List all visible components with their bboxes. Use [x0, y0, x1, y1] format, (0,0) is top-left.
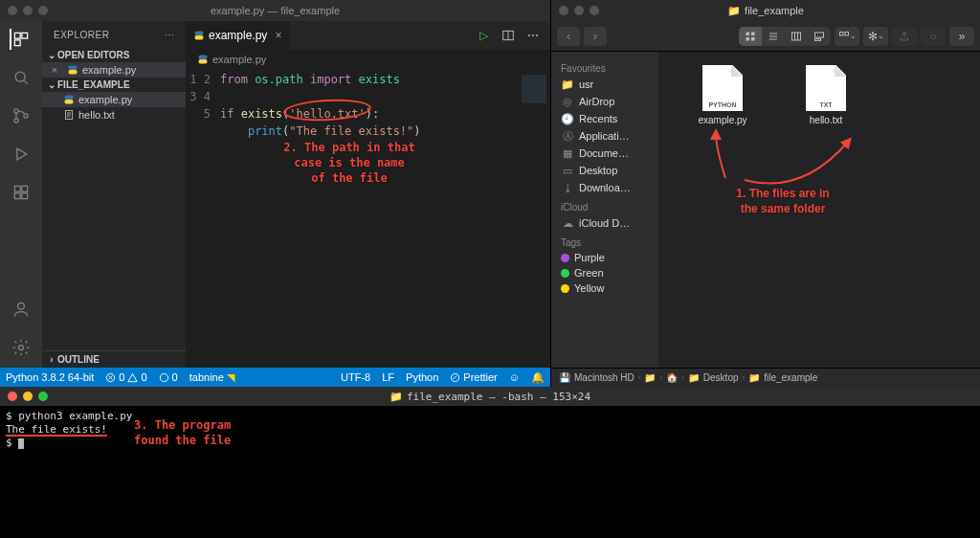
annotation-1: 1. The files are in the same folder — [687, 186, 879, 216]
svg-rect-31 — [839, 32, 843, 35]
file-tree-item[interactable]: example.py — [42, 92, 186, 107]
code-area[interactable]: from os.path import exists if exists('he… — [220, 71, 512, 368]
max-dot[interactable] — [38, 392, 48, 401]
close-dot[interactable] — [8, 6, 17, 15]
language-item[interactable]: Python — [406, 371, 438, 383]
overflow-button[interactable]: » — [949, 27, 974, 46]
min-dot[interactable] — [23, 392, 33, 401]
sidebar-tag[interactable]: Yellow — [557, 280, 653, 296]
code-editor[interactable]: 1 2 3 4 5 from os.path import exists if … — [186, 69, 550, 368]
tabnine-item[interactable]: tabnine ◥ — [189, 371, 234, 384]
forward-button[interactable]: › — [584, 27, 607, 46]
max-dot[interactable] — [590, 6, 599, 15]
run-debug-icon[interactable] — [11, 144, 32, 165]
breadcrumb[interactable]: example.py — [186, 50, 550, 69]
source-control-icon[interactable] — [11, 105, 32, 126]
tags-button[interactable]: ○ — [921, 27, 946, 46]
close-dot[interactable] — [559, 6, 568, 15]
sidebar-tag[interactable]: Purple — [557, 250, 653, 265]
minimap[interactable] — [512, 71, 550, 368]
feedback-icon[interactable]: ☺ — [509, 371, 520, 383]
close-tab-icon[interactable]: × — [275, 29, 281, 42]
finder-path-bar[interactable]: 💾Macintosh HD ›📁 ›🏠 ›📁Desktop ›📁file_exa… — [551, 368, 980, 387]
sidebar-item[interactable]: ⭳Downloa… — [557, 179, 653, 196]
open-editors-section[interactable]: ⌄ OPEN EDITORS — [42, 48, 186, 62]
sidebar-tag[interactable]: Green — [557, 265, 653, 280]
folder-icon: 📁 — [688, 372, 700, 383]
open-editor-filename: example.py — [82, 64, 136, 76]
sidebar-item[interactable]: ▦Docume… — [557, 145, 653, 162]
gallery-view-button[interactable] — [808, 27, 831, 46]
terminal-body[interactable]: $ python3 example.py The file exists! $ … — [0, 406, 980, 538]
eol-item[interactable]: LF — [382, 371, 394, 383]
sidebar-item[interactable]: ◎AirDrop — [557, 93, 653, 110]
file-label: example.py — [698, 115, 746, 125]
more-actions-icon[interactable]: ⋯ — [525, 28, 541, 43]
extensions-icon[interactable] — [11, 182, 32, 203]
folder-icon: 📁 — [748, 372, 760, 383]
sidebar-item[interactable]: ▭Desktop — [557, 162, 653, 179]
svg-rect-24 — [751, 32, 755, 35]
project-section[interactable]: ⌄ FILE_EXAMPLE — [42, 78, 186, 92]
file-tree-item[interactable]: hello.txt — [42, 107, 186, 123]
python-file-icon — [67, 64, 78, 76]
svg-rect-30 — [818, 38, 821, 40]
python-interpreter[interactable]: Python 3.8.2 64-bit — [6, 371, 94, 383]
problems-item[interactable]: 0 0 — [105, 371, 146, 383]
svg-rect-25 — [746, 37, 750, 41]
back-button[interactable]: ‹ — [557, 27, 580, 46]
python-file-icon — [63, 94, 75, 105]
file-item[interactable]: TXT hello.txt — [792, 65, 859, 125]
svg-point-2 — [14, 119, 18, 123]
bell-icon[interactable]: 🔔 — [531, 371, 545, 384]
outline-section[interactable]: › OUTLINE — [42, 350, 186, 368]
sidebar-item[interactable]: ⒶApplicati… — [557, 127, 653, 145]
finder-sidebar: Favourites 📁usr ◎AirDrop 🕘Recents ⒶAppli… — [551, 52, 658, 368]
explorer-sidebar: EXPLORER ⋯ ⌄ OPEN EDITORS × example.py ⌄… — [42, 21, 186, 368]
explorer-icon[interactable] — [10, 29, 31, 50]
group-by-button[interactable]: ⌄ — [835, 27, 859, 46]
svg-rect-10 — [69, 66, 78, 71]
svg-rect-16 — [195, 35, 204, 40]
documents-icon: ▦ — [561, 146, 574, 160]
column-view-button[interactable] — [785, 27, 808, 46]
prettier-item[interactable]: Prettier — [450, 371, 497, 383]
editor-tab[interactable]: example.py × — [186, 21, 290, 50]
svg-point-8 — [18, 303, 25, 309]
jupyter-item[interactable]: 0 — [159, 371, 178, 383]
icon-view-button[interactable] — [739, 27, 762, 46]
folder-icon: 📁 — [644, 372, 656, 383]
clock-icon: 🕘 — [561, 112, 574, 125]
svg-rect-6 — [22, 193, 28, 199]
min-dot[interactable] — [23, 6, 33, 15]
finder-content[interactable]: PYTHON example.py TXT hello.txt 1. The f… — [658, 52, 980, 368]
sidebar-item[interactable]: 🕘Recents — [557, 110, 653, 127]
open-editor-item[interactable]: × example.py — [42, 62, 186, 78]
sidebar-item[interactable]: 📁usr — [557, 76, 653, 93]
min-dot[interactable] — [574, 6, 584, 15]
file-item[interactable]: PYTHON example.py — [689, 65, 756, 125]
split-editor-icon[interactable] — [501, 28, 516, 43]
file-label: hello.txt — [810, 115, 842, 125]
sidebar-group-favourites: Favourites — [561, 63, 649, 74]
share-button[interactable] — [892, 27, 917, 46]
svg-rect-23 — [746, 32, 750, 35]
terminal-titlebar: 📁 file_example — -bash — 153×24 — [0, 387, 980, 406]
cloud-icon: ☁ — [561, 216, 574, 230]
editor-pane: example.py × ▷ ⋯ example.py 1 2 3 4 5 fr… — [186, 21, 550, 368]
close-icon[interactable]: × — [48, 64, 61, 76]
account-icon[interactable] — [11, 299, 32, 320]
explorer-more-icon[interactable]: ⋯ — [165, 30, 175, 40]
search-icon[interactable] — [11, 67, 32, 88]
sidebar-item[interactable]: ☁iCloud D… — [557, 214, 653, 232]
run-python-icon[interactable]: ▷ — [476, 28, 491, 43]
encoding-item[interactable]: UTF-8 — [341, 371, 370, 383]
gear-icon[interactable] — [11, 337, 32, 358]
max-dot[interactable] — [38, 6, 48, 15]
annotation-3: 3. The program found the file — [134, 417, 268, 448]
chevron-down-icon: ⌄ — [46, 50, 57, 60]
action-menu-button[interactable]: ✻ ⌄ — [863, 27, 888, 46]
folder-icon: 📁 — [727, 5, 741, 17]
list-view-button[interactable] — [762, 27, 785, 46]
close-dot[interactable] — [8, 392, 17, 401]
